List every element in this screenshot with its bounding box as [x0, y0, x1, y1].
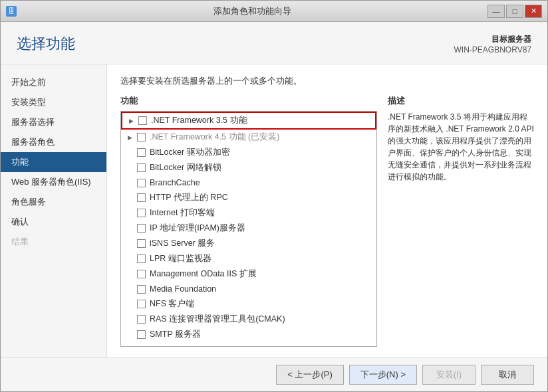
- feature-checkbox-mgmt-odata[interactable]: [137, 270, 146, 278]
- feature-label-bitlocker-drive: BitLocker 驱动器加密: [150, 147, 230, 158]
- feature-checkbox-smtp[interactable]: [137, 330, 146, 339]
- feature-label-media-foundation: Media Foundation: [150, 284, 216, 294]
- window-icon: 🗄: [6, 6, 17, 17]
- sidebar-item-server-roles[interactable]: 服务器角色: [1, 132, 106, 152]
- window-title: 添加角色和功能向导: [17, 5, 487, 17]
- maximize-button[interactable]: □: [506, 5, 523, 18]
- sidebar-item-start[interactable]: 开始之前: [1, 72, 106, 92]
- feature-label-bitlocker-net: BitLocker 网络解锁: [150, 162, 221, 173]
- sidebar-item-features[interactable]: 功能: [1, 152, 106, 172]
- columns: 功能 ▶.NET Framework 3.5 功能▶.NET Framework…: [120, 95, 534, 347]
- titlebar: 🗄 添加角色和功能向导 — □ ✕: [1, 1, 547, 22]
- feature-item-http-rpc[interactable]: HTTP 代理上的 RPC: [121, 190, 376, 205]
- minimize-button[interactable]: —: [487, 5, 505, 18]
- features-panel: 功能 ▶.NET Framework 3.5 功能▶.NET Framework…: [120, 95, 377, 347]
- sidebar-item-confirm[interactable]: 确认: [1, 212, 106, 232]
- install-button[interactable]: 安装(I): [422, 365, 476, 385]
- feature-item-mgmt-odata[interactable]: Management OData IIS 扩展: [121, 266, 376, 282]
- feature-item-nfs[interactable]: NFS 客户端: [121, 296, 376, 312]
- sidebar: 开始之前安装类型服务器选择服务器角色功能Web 服务器角色(IIS)角色服务确认…: [1, 64, 107, 357]
- feature-item-media-foundation[interactable]: Media Foundation: [121, 282, 376, 296]
- features-label: 功能: [120, 95, 377, 107]
- description-text: .NET Framework 3.5 将用于构建应用程序的新技术融入 .NET …: [388, 111, 534, 183]
- description-panel: 描述 .NET Framework 3.5 将用于构建应用程序的新技术融入 .N…: [388, 95, 534, 347]
- feature-item-isns[interactable]: iSNS Server 服务: [121, 236, 376, 251]
- back-button[interactable]: < 上一步(P): [276, 365, 344, 385]
- feature-label-internet-print: Internet 打印客端: [150, 207, 215, 219]
- feature-checkbox-lpr[interactable]: [137, 254, 146, 263]
- feature-label-branchcache: BranchCache: [150, 178, 200, 187]
- main-body: 开始之前安装类型服务器选择服务器角色功能Web 服务器角色(IIS)角色服务确认…: [1, 64, 547, 357]
- feature-checkbox-bitlocker-net[interactable]: [137, 163, 146, 172]
- next-button[interactable]: 下一步(N) >: [349, 365, 417, 385]
- feature-item-dotnet35[interactable]: ▶.NET Framework 3.5 功能: [121, 112, 376, 130]
- feature-checkbox-internet-print[interactable]: [137, 209, 146, 217]
- titlebar-buttons: — □ ✕: [487, 5, 542, 18]
- sidebar-item-server-select[interactable]: 服务器选择: [1, 112, 106, 132]
- feature-item-smtp[interactable]: SMTP 服务器: [121, 327, 376, 342]
- feature-item-ipam[interactable]: IP 地址管理(IPAM)服务器: [121, 221, 376, 236]
- instruction-text: 选择要安装在所选服务器上的一个或多个功能。: [120, 75, 534, 87]
- feature-checkbox-bitlocker-drive[interactable]: [137, 148, 146, 157]
- expand-arrow-icon[interactable]: ▶: [125, 133, 134, 142]
- expand-arrow-icon[interactable]: ▶: [126, 116, 136, 126]
- feature-label-isns: iSNS Server 服务: [150, 238, 215, 249]
- features-list[interactable]: ▶.NET Framework 3.5 功能▶.NET Framework 4.…: [120, 111, 377, 347]
- feature-label-lpr: LPR 端口监视器: [150, 253, 211, 264]
- feature-item-branchcache[interactable]: BranchCache: [121, 175, 376, 190]
- feature-item-ras[interactable]: RAS 连接管理器管理工具包(CMAK): [121, 312, 376, 327]
- footer: < 上一步(P) 下一步(N) > 安装(I) 取消: [1, 357, 547, 391]
- sidebar-item-role-services[interactable]: 角色服务: [1, 192, 106, 212]
- feature-checkbox-http-rpc[interactable]: [137, 193, 146, 202]
- header-section: 选择功能 目标服务器 WIN-PEAGBNORV87: [1, 22, 547, 64]
- feature-item-internet-print[interactable]: Internet 打印客端: [121, 205, 376, 221]
- close-button[interactable]: ✕: [525, 5, 542, 18]
- feature-item-bitlocker-drive[interactable]: BitLocker 驱动器加密: [121, 145, 376, 160]
- cancel-button[interactable]: 取消: [481, 365, 534, 385]
- feature-label-dotnet45: .NET Framework 4.5 功能 (已安装): [150, 132, 279, 143]
- feature-item-dotnet45[interactable]: ▶.NET Framework 4.5 功能 (已安装): [121, 130, 376, 145]
- feature-checkbox-media-foundation[interactable]: [137, 285, 146, 294]
- server-label: 目标服务器: [454, 34, 531, 45]
- feature-checkbox-dotnet35[interactable]: [138, 116, 147, 125]
- feature-item-bitlocker-net[interactable]: BitLocker 网络解锁: [121, 160, 376, 175]
- feature-checkbox-ipam[interactable]: [137, 224, 146, 233]
- server-info: 目标服务器 WIN-PEAGBNORV87: [454, 34, 531, 54]
- feature-checkbox-nfs[interactable]: [137, 300, 146, 308]
- feature-checkbox-isns[interactable]: [137, 239, 146, 248]
- right-panel: 选择要安装在所选服务器上的一个或多个功能。 功能 ▶.NET Framework…: [107, 64, 547, 357]
- feature-label-http-rpc: HTTP 代理上的 RPC: [150, 192, 228, 203]
- feature-checkbox-ras[interactable]: [137, 315, 146, 324]
- feature-label-smtp: SMTP 服务器: [150, 329, 201, 340]
- page-title: 选择功能: [17, 34, 75, 54]
- feature-label-dotnet35: .NET Framework 3.5 功能: [151, 115, 247, 126]
- server-name: WIN-PEAGBNORV87: [454, 45, 531, 54]
- sidebar-item-result: 结果: [1, 232, 106, 252]
- main-window: 🗄 添加角色和功能向导 — □ ✕ 选择功能 目标服务器 WIN-PEAGBNO…: [0, 0, 548, 392]
- sidebar-item-install-type[interactable]: 安装类型: [1, 92, 106, 112]
- feature-item-lpr[interactable]: LPR 端口监视器: [121, 251, 376, 266]
- feature-label-ipam: IP 地址管理(IPAM)服务器: [150, 223, 245, 234]
- content-area: 选择功能 目标服务器 WIN-PEAGBNORV87 开始之前安装类型服务器选择…: [1, 22, 547, 391]
- feature-label-ras: RAS 连接管理器管理工具包(CMAK): [150, 314, 285, 325]
- feature-checkbox-branchcache[interactable]: [137, 179, 146, 187]
- description-label: 描述: [388, 95, 534, 107]
- sidebar-item-web-server[interactable]: Web 服务器角色(IIS): [1, 172, 106, 192]
- feature-label-mgmt-odata: Management OData IIS 扩展: [150, 268, 257, 280]
- feature-checkbox-dotnet45[interactable]: [137, 133, 146, 142]
- feature-label-nfs: NFS 客户端: [150, 298, 194, 310]
